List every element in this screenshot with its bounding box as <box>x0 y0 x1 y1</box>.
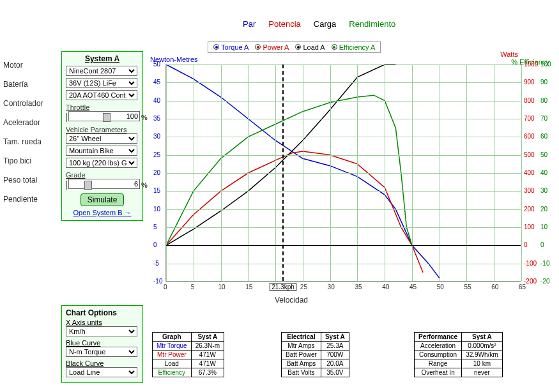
x-axis-label: Velocidad <box>275 296 308 305</box>
vehicle-params-label: Vehicle Parameters <box>66 126 139 133</box>
x-axis-units-select[interactable]: Km/h <box>66 326 137 336</box>
table-row: Range10 km <box>415 359 503 368</box>
blue-curve-select[interactable]: N-m Torque <box>66 347 137 357</box>
table-row: Mtr Torque26.3N-m <box>153 342 224 351</box>
table-row: Mtr Power471W <box>153 351 224 359</box>
battery-select[interactable]: 36V (12S) LiFe <box>66 78 137 88</box>
system-a-title: System A <box>66 54 139 63</box>
system-a-panel: System A NineCont 2807 36V (12S) LiFe 20… <box>61 51 143 221</box>
black-curve-label: Black Curve <box>66 359 139 367</box>
table-row: Acceleration0.000m/s² <box>415 342 503 351</box>
table-row: Efficiency67.3% <box>153 368 224 377</box>
grade-slider[interactable] <box>66 181 67 190</box>
grade-value[interactable] <box>68 179 140 189</box>
throttle-slider[interactable] <box>66 113 67 122</box>
top-curve-labels: Par Potencia Carga Rendimiento <box>243 19 395 29</box>
table-row: Overheat Innever <box>415 368 503 377</box>
blue-curve-label: Blue Curve <box>66 339 139 347</box>
legend-torque[interactable]: Torque A <box>213 43 249 51</box>
label-rendimiento: Rendimiento <box>349 19 395 29</box>
table-row: Batt Amps20.0A <box>282 359 349 368</box>
label-par: Par <box>243 19 256 29</box>
motor-select[interactable]: NineCont 2807 <box>66 66 137 76</box>
simulate-button[interactable]: Simulate <box>80 193 125 206</box>
label-peso: Peso total <box>3 176 54 193</box>
label-acelerador: Acelerador <box>3 118 54 136</box>
wheel-select[interactable]: 26" Wheel <box>66 133 137 144</box>
controller-select[interactable]: 20A AOT460 Cont <box>66 90 137 100</box>
x-axis-units-label: X Axis units <box>66 319 139 326</box>
table-row: Consumption32.9Wh/km <box>415 351 503 359</box>
table-row: Mtr Amps25.3A <box>282 342 349 351</box>
chart-area: Torque A Power A Load A Efficiency A New… <box>150 41 546 303</box>
black-curve-select[interactable]: Load Line <box>66 367 137 377</box>
chart-options-panel: Chart Options X Axis units Km/h Blue Cur… <box>61 305 143 383</box>
label-bateria: Batería <box>3 80 54 98</box>
grade-label: Grade <box>66 171 139 179</box>
table-row: Batt Volts35.0V <box>282 368 349 377</box>
chart-cursor[interactable] <box>282 64 284 281</box>
graph-table: GraphSyst A Mtr Torque26.3N-mMtr Power47… <box>152 332 224 377</box>
y-axis-right-watts-label: Watts <box>500 50 518 58</box>
legend-power[interactable]: Power A <box>255 43 289 51</box>
chart-legend: Torque A Power A Load A Efficiency A <box>208 41 381 53</box>
performance-table: PerformanceSyst A Acceleration0.000m/s²C… <box>414 332 503 377</box>
table-row: Batt Power700W <box>282 351 349 359</box>
side-field-labels: Motor Batería Controlador Acelerador Tam… <box>3 61 54 214</box>
bike-select[interactable]: Mountain Bike <box>66 146 137 156</box>
label-tipo-bici: Tipo bici <box>3 156 54 174</box>
label-motor: Motor <box>3 61 54 79</box>
open-system-b-link[interactable]: Open System B → <box>66 209 139 216</box>
label-pendiente: Pendiente <box>3 195 54 213</box>
plot-area[interactable]: 05101520253035404550556065-10-200-20-5-1… <box>165 64 521 282</box>
label-tam-rueda: Tam. rueda <box>3 137 54 155</box>
cursor-label: 21.3kph <box>270 283 296 291</box>
legend-load[interactable]: Load A <box>295 43 325 51</box>
electrical-table: ElectricalSyst A Mtr Amps25.3ABatt Power… <box>281 332 349 377</box>
table-row: Load471W <box>153 359 224 368</box>
weight-select[interactable]: 100 kg (220 lbs) G <box>66 158 137 168</box>
throttle-label: Throttle <box>66 103 139 111</box>
legend-efficiency[interactable]: Efficiency A <box>332 43 376 51</box>
chart-options-title: Chart Options <box>66 308 139 317</box>
label-controlador: Controlador <box>3 99 54 117</box>
label-potencia: Potencia <box>268 19 301 29</box>
label-carga: Carga <box>314 19 336 29</box>
